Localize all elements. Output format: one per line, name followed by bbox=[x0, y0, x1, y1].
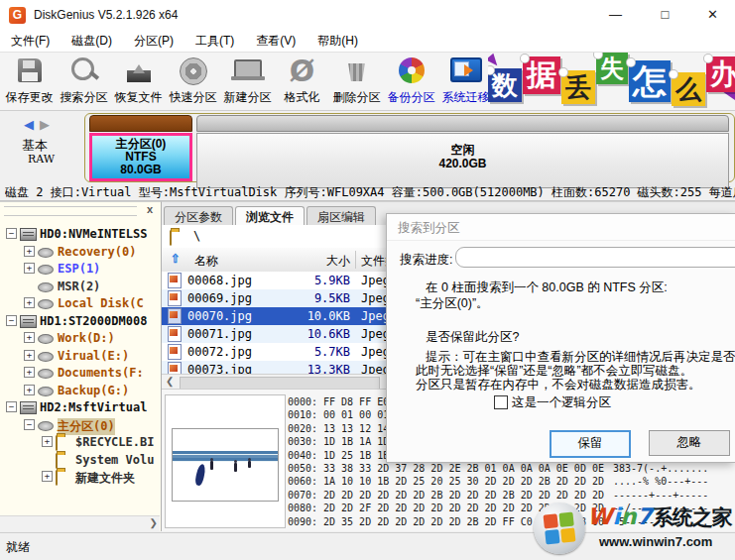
toolbar-button-recover[interactable]: 恢复文件 bbox=[111, 55, 166, 108]
ignore-button[interactable]: 忽略 bbox=[649, 430, 730, 456]
collapse-icon[interactable]: − bbox=[6, 401, 17, 412]
free-space-block[interactable]: 空闲 420.0GB bbox=[196, 115, 729, 188]
toolbar-button-backup[interactable]: 备份分区 bbox=[384, 55, 438, 108]
next-disk-arrow[interactable]: ▶ bbox=[40, 117, 50, 132]
app-icon: G bbox=[9, 7, 26, 24]
toolbar-button-disc[interactable]: 快速分区 bbox=[166, 55, 220, 108]
column-name[interactable]: 名称 bbox=[194, 253, 218, 270]
collapse-icon[interactable]: − bbox=[6, 228, 17, 239]
photo-sea bbox=[173, 451, 278, 463]
prev-disk-arrow[interactable]: ◀ bbox=[24, 117, 34, 132]
photo-figure bbox=[234, 463, 237, 472]
tree-item--recycle-bi[interactable]: +$RECYCLE.BI bbox=[0, 433, 161, 450]
tree-item-label: HD2:MsftVirtual bbox=[40, 400, 147, 414]
tree-item-hd1-st2000dm008[interactable]: −HD1:ST2000DM008 bbox=[0, 312, 161, 329]
part-icon bbox=[38, 248, 54, 258]
tree-item-hd2-msftvirtual[interactable]: −HD2:MsftVirtual bbox=[0, 398, 161, 415]
expand-icon[interactable]: + bbox=[24, 297, 35, 308]
expand-icon[interactable]: + bbox=[24, 332, 35, 343]
part-icon bbox=[38, 299, 54, 309]
menu-item-4[interactable]: 查看(V) bbox=[245, 30, 306, 50]
part-icon bbox=[38, 387, 54, 396]
close-button[interactable]: ✕ bbox=[690, 0, 735, 30]
toolbar-button-trash[interactable]: 删除分区 bbox=[329, 55, 384, 108]
collapse-icon[interactable]: − bbox=[6, 315, 17, 326]
checkbox-label: 这是一个逻辑分区 bbox=[512, 394, 611, 411]
tree-item-msr-2-[interactable]: MSR(2) bbox=[0, 278, 161, 294]
menu-item-0[interactable]: 文件(F) bbox=[0, 30, 61, 50]
maximize-button[interactable]: □ bbox=[643, 0, 687, 30]
status-text: 就绪 bbox=[6, 539, 30, 556]
logical-partition-checkbox[interactable] bbox=[494, 395, 508, 409]
file-name: 00072.jpg bbox=[187, 345, 252, 359]
disk-fs-label: RAW bbox=[28, 153, 55, 166]
tree-item-label: Backup(G:) bbox=[58, 384, 129, 397]
hex-address: 0010: bbox=[288, 408, 323, 421]
hex-address: 0020: bbox=[288, 422, 323, 435]
sort-up-icon[interactable]: ⇧ bbox=[171, 252, 181, 266]
tree-item--0-[interactable]: −主分区(0) bbox=[0, 416, 161, 433]
toolbar-label: 保存更改 bbox=[2, 89, 57, 106]
toolbar-button-laptop[interactable]: 新建分区 bbox=[220, 55, 275, 108]
tree-item-local-disk-c[interactable]: +Local Disk(C bbox=[0, 294, 161, 311]
progress-bar bbox=[455, 247, 735, 268]
menu-item-5[interactable]: 帮助(H) bbox=[306, 30, 369, 50]
tree-item-virual-e-[interactable]: +Virual(E:) bbox=[0, 347, 161, 364]
toolbar-label: 搜索分区 bbox=[57, 89, 111, 106]
collapse-icon[interactable]: − bbox=[24, 419, 35, 430]
expand-icon[interactable]: + bbox=[42, 471, 53, 482]
tree-item-esp-1-[interactable]: +ESP(1) bbox=[0, 260, 161, 277]
partition-block-primary[interactable]: 主分区(0) NTFS 80.0GB bbox=[89, 115, 192, 181]
banner-tile: 办 bbox=[706, 56, 735, 92]
menu-item-1[interactable]: 磁盘(D) bbox=[61, 30, 123, 50]
tree-item-label: Local Disk(C bbox=[58, 296, 144, 310]
expand-icon[interactable]: + bbox=[24, 263, 35, 274]
disk-icon bbox=[20, 228, 37, 241]
tree-item-backup-g-[interactable]: +Backup(G:) bbox=[0, 382, 161, 398]
expand-icon[interactable]: + bbox=[24, 367, 35, 378]
part-icon bbox=[38, 282, 54, 292]
minimize-button[interactable]: — bbox=[593, 0, 638, 30]
tree-item--[interactable]: +新建文件夹 bbox=[0, 468, 161, 485]
tree-item-label: MSR(2) bbox=[58, 280, 100, 293]
menu-item-2[interactable]: 分区(P) bbox=[123, 30, 184, 50]
tree-item-recovery-0-[interactable]: +Recovery(0) bbox=[0, 243, 161, 260]
tree-item-system-volu[interactable]: System Volu bbox=[0, 451, 161, 468]
scroll-right-icon[interactable]: ❯ bbox=[150, 517, 158, 528]
keep-button[interactable]: 保留 bbox=[550, 430, 631, 458]
tree-item-documents-f-[interactable]: +Documents(F: bbox=[0, 364, 161, 381]
banner-tile: 么 bbox=[672, 72, 705, 106]
hint-line3: 分区只是暂存在内存中，不会对磁盘数据造成损害。 bbox=[416, 377, 701, 393]
tree-hscrollbar[interactable]: ❯ bbox=[0, 515, 160, 531]
panel-close-icon[interactable]: x bbox=[147, 203, 153, 215]
hex-bytes: 33 38 33 2D 37 28 2D 2E 2B 01 0A 0A 0A 0… bbox=[323, 462, 613, 475]
toolbar-label: 新建分区 bbox=[220, 89, 275, 106]
expand-icon[interactable]: + bbox=[24, 246, 35, 257]
free-color-strip bbox=[196, 115, 729, 132]
toolbar-button-save[interactable]: 保存更改 bbox=[2, 55, 57, 108]
scroll-left-icon[interactable]: ❮ bbox=[166, 376, 174, 387]
banner-tile: 怎 bbox=[629, 60, 671, 102]
tree-item-label: 新建文件夹 bbox=[75, 470, 135, 487]
hex-bytes: 1A 10 10 1B 2D 25 20 25 30 2D 2D 2D 2B 2… bbox=[323, 475, 613, 488]
menu-item-3[interactable]: 工具(T) bbox=[184, 30, 245, 50]
search-icon bbox=[67, 57, 101, 89]
expand-icon[interactable]: + bbox=[42, 436, 53, 447]
tree-item-label: $RECYCLE.BI bbox=[75, 435, 154, 449]
banner-tile: 据 bbox=[523, 56, 560, 94]
toolbar-button-search[interactable]: 搜索分区 bbox=[57, 55, 111, 108]
column-size[interactable]: 大小 bbox=[271, 253, 350, 270]
toolbar-button-migrate[interactable]: 系统迁移 bbox=[438, 55, 493, 108]
disk-icon bbox=[20, 315, 37, 328]
expand-icon[interactable]: + bbox=[24, 350, 35, 361]
ad-banner[interactable]: 数据丢失怎么办! bbox=[488, 53, 735, 110]
expand-icon[interactable]: + bbox=[24, 385, 35, 395]
part-icon bbox=[38, 265, 54, 275]
preview-photo bbox=[172, 428, 279, 502]
toolbar-button-format[interactable]: Ø格式化 bbox=[275, 55, 329, 108]
photo-surfboard bbox=[194, 463, 206, 486]
tree-item-work-d-[interactable]: +Work(D:) bbox=[0, 329, 161, 346]
panel-drag-handle[interactable] bbox=[4, 206, 137, 216]
tree-item-hd0-nvmeintelss[interactable]: −HD0:NVMeINTELSS bbox=[0, 225, 161, 242]
found-message-line2: “主分区(0)”。 bbox=[416, 295, 489, 312]
